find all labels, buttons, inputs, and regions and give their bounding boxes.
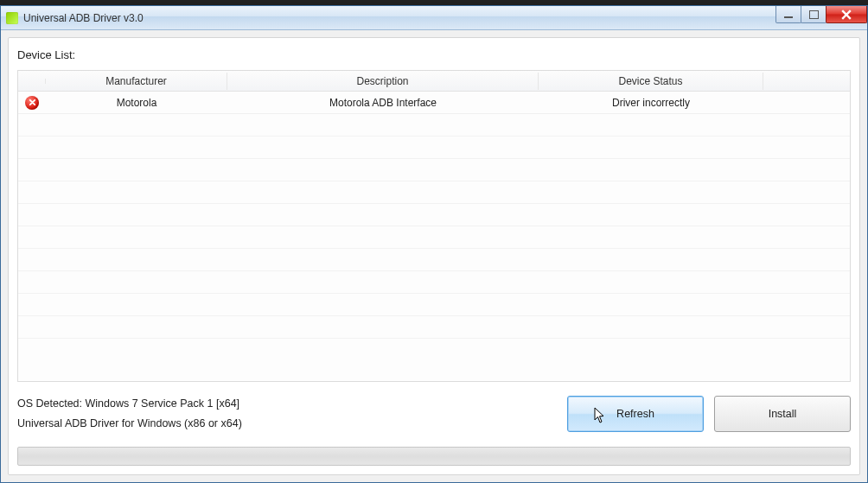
window-controls (776, 6, 867, 23)
grid-header: Manufacturer Description Device Status (18, 71, 850, 92)
empty-row (18, 159, 850, 181)
column-header-icon[interactable] (18, 79, 46, 84)
empty-row (18, 271, 850, 294)
app-icon (6, 12, 18, 24)
window-title: Universal ADB Driver v3.0 (23, 12, 144, 24)
titlebar[interactable]: Universal ADB Driver v3.0 (1, 6, 867, 30)
maximize-button[interactable] (801, 6, 827, 23)
main-panel: Device List: Manufacturer Description De… (8, 37, 860, 475)
column-header-padding (763, 79, 850, 84)
install-button[interactable]: Install (714, 396, 851, 432)
refresh-button-label: Refresh (616, 408, 654, 420)
progress-bar (17, 447, 851, 466)
column-header-status[interactable]: Device Status (539, 73, 763, 90)
grid-body: Motorola Motorola ADB Interface Driver i… (18, 92, 850, 339)
empty-row (18, 137, 850, 159)
device-grid[interactable]: Manufacturer Description Device Status M… (17, 70, 851, 382)
refresh-button[interactable]: Refresh (567, 396, 704, 432)
device-list-label: Device List: (17, 48, 851, 61)
close-button[interactable] (826, 6, 867, 23)
driver-info-label: Universal ADB Driver for Windows (x86 or… (17, 414, 557, 435)
footer-info: OS Detected: Windows 7 Service Pack 1 [x… (17, 394, 557, 435)
footer-area: OS Detected: Windows 7 Service Pack 1 [x… (17, 394, 851, 435)
os-detected-label: OS Detected: Windows 7 Service Pack 1 [x… (17, 394, 557, 415)
app-window: Universal ADB Driver v3.0 Device List: M… (0, 5, 868, 483)
empty-row (18, 204, 850, 226)
empty-row (18, 294, 850, 316)
client-area: Device List: Manufacturer Description De… (1, 30, 867, 482)
row-status: Driver incorrectly (539, 97, 763, 109)
column-header-description[interactable]: Description (227, 73, 539, 90)
empty-row (18, 114, 850, 137)
cursor-icon (594, 407, 606, 424)
row-description: Motorola ADB Interface (227, 97, 539, 109)
column-header-manufacturer[interactable]: Manufacturer (46, 73, 227, 90)
empty-row (18, 226, 850, 249)
empty-row (18, 181, 850, 204)
minimize-button[interactable] (775, 6, 801, 23)
install-button-label: Install (769, 408, 797, 420)
empty-row (18, 316, 850, 339)
empty-row (18, 249, 850, 271)
close-icon (841, 10, 852, 20)
error-icon (25, 96, 39, 110)
row-status-icon-cell (18, 96, 46, 110)
table-row[interactable]: Motorola Motorola ADB Interface Driver i… (18, 92, 850, 114)
row-manufacturer: Motorola (46, 97, 227, 109)
